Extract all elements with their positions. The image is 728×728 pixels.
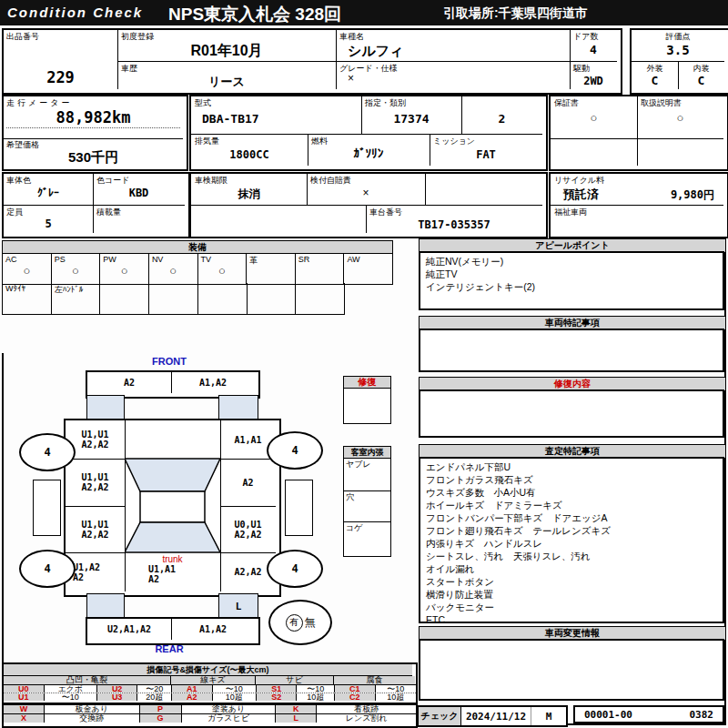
lot-number-label: 出品番号: [6, 32, 39, 41]
spare-tire-indicator: 有 無: [268, 600, 332, 645]
legend-code-p: P: [140, 705, 182, 713]
legend-code-x: X: [4, 714, 45, 723]
score-label: 評価点: [632, 32, 724, 41]
side-panel-left: [33, 480, 61, 536]
check-label: チェック: [419, 707, 461, 725]
equip-sr-label: SR: [298, 255, 310, 264]
brand-logo: Condition Check: [7, 5, 143, 20]
recycle-fee-value: 9,980円: [671, 187, 714, 203]
transmission-value: FAT: [430, 148, 542, 161]
type-class-label: 指定・類別: [365, 98, 406, 107]
fuel-label: 燃料: [311, 136, 328, 146]
spec-box: 型式 DBA-TB17 指定・類別 17374 2 排気量 1800CC 燃料 …: [189, 95, 548, 171]
windshield-shape: [125, 459, 220, 491]
odometer-value: 88,982km: [4, 108, 183, 126]
damage-legend-table: 損傷記号&損傷サイズ(〜最大cm) 凸凹・亀裂 線キズ サビ 腐食 U0 エクボ…: [2, 662, 418, 704]
door-rear-left-damage: U1,U1 A2,A2: [66, 506, 125, 552]
score-value: 3.5: [632, 43, 724, 57]
legend-code-s2: S2: [257, 693, 298, 701]
document-number: 00001-00: [584, 709, 632, 721]
insurance-label: 検付自賠責: [310, 176, 351, 185]
legend-group-dent: 凸凹・亀裂: [4, 676, 171, 684]
car-body: U1,U1 A2,A2 U1,U1 A2,A2 U1,U1 A2,A2 U1,A…: [64, 419, 281, 597]
warranty-book-mark: ○: [551, 111, 637, 125]
check-date: 2024/11/12: [461, 707, 531, 725]
model-code-label: 型式: [195, 98, 211, 107]
type-number-value: 17374: [361, 112, 461, 126]
taillight-right: L: [218, 593, 258, 619]
legend-group-scratch: 線キズ: [171, 676, 256, 684]
equip-nv-mark: ○: [149, 264, 197, 278]
auction-title: NPS東京入札会 328回: [168, 3, 341, 26]
headlight-right: [218, 395, 258, 420]
door-front-left-damage: U1,U1 A2,A2: [66, 459, 125, 506]
door-front-right-damage: A2: [220, 459, 276, 506]
grade-value: ×: [348, 72, 354, 85]
legend-code-s1: S1: [257, 685, 298, 693]
spare-no: 無: [305, 615, 316, 631]
equip-pw-label: PW: [103, 255, 116, 264]
cabin-burn-label: コゲ: [346, 523, 362, 532]
equip-aw-label: AW: [347, 255, 359, 264]
diagram-rear-label: REAR: [136, 643, 202, 654]
chassis-number-value: TB17-035357: [366, 218, 542, 231]
info-block-1: 出品番号 229 初度登録 R01年10月 車種名 シルフィ ドア数 4 車歴 …: [2, 28, 622, 95]
lot-number-value: 229: [4, 68, 117, 86]
class-number-value: 2: [461, 112, 542, 126]
legend-code-u0: U0: [4, 685, 45, 693]
first-registration-label: 初度登録: [121, 32, 154, 41]
score-box: 評価点 3.5 外装 C 内装 C: [630, 28, 728, 95]
color-box: 車体色 ｸﾞﾚｰ 色コード KBD 定員 5 積載量: [2, 172, 190, 238]
legend-code-u3: U3: [97, 693, 138, 701]
wheel-front-right: 4: [267, 431, 323, 470]
change-info-text: [419, 639, 724, 701]
cabin-tear-label: ヤブレ: [346, 460, 371, 469]
equip-ps-mark: ○: [52, 264, 100, 278]
legend-code-k: K: [276, 705, 317, 713]
rear-bumper-left-damage: U2,A1,A2: [87, 619, 171, 640]
warranty-book-label: 保証書: [554, 98, 579, 107]
repair-flag-content: [343, 388, 391, 424]
legend-code-w: W: [4, 705, 45, 713]
exterior-grade-value: C: [632, 74, 678, 87]
legend-code-c1: C1: [335, 685, 376, 693]
equip-pw-mark: ○: [100, 264, 148, 278]
legend-code-a1: A1: [172, 685, 213, 693]
equip-ac-label: AC: [5, 255, 17, 264]
front-bumper-right-damage: A1,A2: [171, 372, 255, 393]
side-panel-right: [285, 480, 313, 536]
drive-label: 駆動: [573, 64, 590, 73]
legend-title: 損傷記号&損傷サイズ(〜最大cm): [4, 664, 412, 676]
capacity-value: 5: [4, 217, 93, 230]
documents-box: 保証書 ○ 取扱説明書 ○: [549, 95, 728, 171]
fuel-value: ｶﾞｿﾘﾝ: [308, 147, 430, 160]
right-frame-line: [724, 238, 726, 724]
diagram-front-label: FRONT: [136, 356, 202, 367]
legend-code-g: G: [140, 714, 182, 723]
color-code-value: KBD: [93, 187, 185, 199]
welfare-vehicle-label: 福祉車両: [554, 207, 587, 217]
history-value: リース: [117, 74, 336, 90]
owners-manual-label: 取扱説明書: [641, 98, 682, 107]
trunk-damage: U1,A1 A2: [148, 564, 203, 590]
recycle-fee-label: リサイクル料: [554, 176, 604, 185]
owners-manual-mark: ○: [637, 111, 723, 125]
doors-label: ドア数: [573, 32, 598, 41]
quarter-rear-right-damage: U0,U1 A2,A2: [220, 506, 276, 552]
mark-legend-table: W 板金あり P 塗装あり K 看板跡 X 交換跡 G ガラスヒビ L レンズ割…: [2, 703, 418, 728]
displacement-value: 1800CC: [191, 148, 308, 161]
repair-content-text: [419, 389, 724, 438]
roof-shape: [140, 491, 205, 522]
inspection-expiry-label: 車検期限: [195, 176, 228, 185]
asking-price-label: 希望価格: [6, 140, 39, 149]
headlight-left: [86, 395, 125, 420]
taillight-left: [86, 593, 125, 619]
model-name-label: 車種名: [339, 32, 364, 41]
rear-bumper-right-damage: A1,A2: [171, 619, 255, 640]
equip-wtire-label: Wﾀｲﾔ: [5, 284, 25, 293]
history-label: 車歴: [121, 64, 137, 73]
check-box: チェック 2024/11/12 M: [417, 705, 568, 727]
front-bumper-left-damage: A2: [87, 372, 171, 393]
inspection-box: 車検期限 抹消 検付自賠責 × 車台番号 TB17-035357: [189, 172, 548, 238]
trunk-label: trunk: [125, 554, 220, 564]
